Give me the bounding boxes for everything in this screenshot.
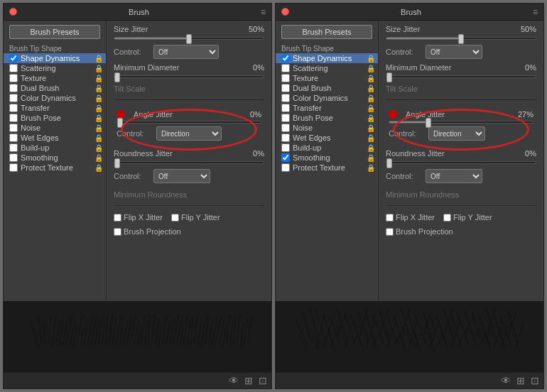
left-angle-slider-row [114, 121, 264, 125]
left-preview-eye-icon[interactable]: 👁 [229, 375, 239, 386]
svg-line-44 [195, 314, 198, 342]
left-size-control-select[interactable]: Off Fade Pen Pressure Pen Tilt Stylus Wh… [153, 45, 219, 59]
right-preview-save-icon[interactable]: ⊡ [531, 375, 539, 386]
right-brush-pose-checkbox[interactable] [281, 114, 290, 122]
right-brush-presets-btn[interactable]: Brush Presets [281, 25, 372, 39]
left-build-up-checkbox[interactable] [9, 143, 18, 152]
right-sidebar-item-smoothing[interactable]: Smoothing 🔒 [276, 153, 378, 163]
right-collapse-icon[interactable]: ≡ [533, 7, 538, 17]
left-dual-brush-label: Dual Brush [21, 84, 93, 92]
right-sidebar-item-noise[interactable]: Noise 🔒 [276, 123, 378, 133]
left-color-dynamics-checkbox[interactable] [9, 94, 18, 102]
left-sidebar-item-protect-texture[interactable]: Protect Texture 🔒 [4, 163, 106, 173]
left-flip-y-item[interactable]: Flip Y Jitter [171, 213, 220, 222]
right-sidebar-item-build-up[interactable]: Build-up 🔒 [276, 143, 378, 153]
left-flip-x-item[interactable]: Flip X Jitter [114, 213, 163, 222]
right-dial-indicator [389, 110, 397, 119]
right-dual-brush-checkbox[interactable] [281, 84, 290, 92]
svg-point-137 [303, 345, 516, 356]
left-flip-y-checkbox[interactable] [171, 214, 179, 222]
right-shape-dynamics-checkbox[interactable] [281, 54, 290, 62]
left-flip-x-checkbox[interactable] [114, 214, 121, 222]
svg-line-61 [296, 319, 309, 347]
right-preview-grid-icon[interactable]: ⊞ [516, 375, 525, 386]
left-sidebar-item-noise[interactable]: Noise 🔒 [4, 123, 106, 133]
right-wet-edges-checkbox[interactable] [281, 134, 290, 142]
right-angle-control-select[interactable]: Off Direction [428, 126, 485, 141]
right-sidebar-item-shape-dynamics[interactable]: Shape Dynamics 🔒 [276, 53, 378, 63]
left-smoothing-checkbox[interactable] [9, 153, 18, 162]
right-flip-x-item[interactable]: Flip X Jitter [386, 213, 435, 222]
right-sidebar-item-color-dynamics[interactable]: Color Dynamics 🔒 [276, 93, 378, 103]
left-scattering-checkbox[interactable] [9, 64, 18, 72]
right-flip-x-checkbox[interactable] [386, 214, 394, 222]
right-roundness-jitter-slider[interactable] [386, 161, 536, 164]
left-noise-checkbox[interactable] [9, 124, 18, 132]
right-roundness-control-select[interactable]: Off Direction [426, 169, 482, 183]
right-preview-eye-icon[interactable]: 👁 [501, 375, 511, 386]
right-size-control-select[interactable]: Off Direction [426, 45, 482, 59]
left-brush-pose-checkbox[interactable] [9, 114, 18, 122]
svg-line-64 [310, 308, 320, 344]
right-sidebar-item-transfer[interactable]: Transfer 🔒 [276, 103, 378, 113]
left-angle-jitter-slider[interactable] [117, 121, 261, 124]
left-preview-save-icon[interactable]: ⊡ [259, 375, 267, 386]
left-protect-texture-checkbox[interactable] [9, 163, 18, 172]
right-sidebar-item-protect-texture[interactable]: Protect Texture 🔒 [276, 163, 378, 173]
left-brush-presets-btn[interactable]: Brush Presets [9, 25, 100, 39]
left-brush-proj-checkbox[interactable] [114, 228, 121, 236]
left-sidebar-item-wet-edges[interactable]: Wet Edges 🔒 [4, 133, 106, 143]
left-sidebar-item-transfer[interactable]: Transfer 🔒 [4, 103, 106, 113]
left-collapse-icon[interactable]: ≡ [261, 7, 266, 17]
right-color-dynamics-checkbox[interactable] [281, 94, 290, 102]
right-flip-y-checkbox[interactable] [443, 214, 451, 222]
left-close-btn[interactable] [9, 8, 17, 16]
left-angle-control-select[interactable]: Off Direction Initial Direction Rotation [156, 126, 222, 141]
left-roundness-control-select[interactable]: Off Direction [153, 169, 210, 183]
right-close-btn[interactable] [281, 8, 289, 16]
right-protect-texture-checkbox[interactable] [281, 163, 290, 172]
left-shape-dynamics-checkbox[interactable] [9, 54, 18, 62]
right-flip-y-item[interactable]: Flip Y Jitter [443, 213, 492, 222]
left-roundness-jitter-slider[interactable] [114, 161, 264, 164]
left-sidebar-item-brush-pose[interactable]: Brush Pose 🔒 [4, 113, 106, 123]
svg-line-73 [352, 321, 364, 347]
svg-line-36 [166, 321, 170, 346]
left-sidebar-item-build-up[interactable]: Build-up 🔒 [4, 143, 106, 153]
left-dual-brush-checkbox[interactable] [9, 84, 18, 92]
right-noise-checkbox[interactable] [281, 124, 290, 132]
left-size-jitter-slider[interactable] [114, 37, 264, 40]
right-sidebar-item-scattering[interactable]: Scattering 🔒 [276, 63, 378, 73]
svg-line-10 [74, 324, 77, 347]
left-brush-proj-item[interactable]: Brush Projection [114, 227, 181, 236]
left-wet-edges-checkbox[interactable] [9, 134, 18, 142]
right-min-diameter-value: 0% [525, 63, 536, 72]
left-divider-2 [114, 205, 264, 206]
right-brush-proj-checkbox[interactable] [386, 228, 394, 236]
right-build-up-checkbox[interactable] [281, 143, 290, 152]
right-transfer-checkbox[interactable] [281, 104, 290, 112]
left-preview-grid-icon[interactable]: ⊞ [244, 375, 253, 386]
right-sidebar-item-brush-pose[interactable]: Brush Pose 🔒 [276, 113, 378, 123]
right-min-diameter-slider[interactable] [386, 75, 536, 78]
left-color-dynamics-label: Color Dynamics [21, 94, 93, 102]
left-min-diameter-slider[interactable] [114, 75, 264, 78]
left-sidebar-item-shape-dynamics[interactable]: Shape Dynamics 🔒 [4, 53, 106, 63]
left-sidebar-item-smoothing[interactable]: Smoothing 🔒 [4, 153, 106, 163]
right-texture-checkbox[interactable] [281, 74, 290, 82]
right-sidebar-item-wet-edges[interactable]: Wet Edges 🔒 [276, 133, 378, 143]
right-brush-proj-item[interactable]: Brush Projection [386, 227, 453, 236]
right-size-jitter-value: 50% [521, 25, 536, 33]
left-sidebar-item-texture[interactable]: Texture 🔒 [4, 73, 106, 83]
right-angle-jitter-slider[interactable] [389, 121, 534, 124]
right-scattering-checkbox[interactable] [281, 64, 290, 72]
left-sidebar-item-scattering[interactable]: Scattering 🔒 [4, 63, 106, 73]
left-sidebar-item-color-dynamics[interactable]: Color Dynamics 🔒 [4, 93, 106, 103]
left-texture-checkbox[interactable] [9, 74, 18, 82]
left-sidebar-item-dual-brush[interactable]: Dual Brush 🔒 [4, 83, 106, 93]
right-sidebar-item-dual-brush[interactable]: Dual Brush 🔒 [276, 83, 378, 93]
right-smoothing-checkbox[interactable] [281, 153, 290, 162]
right-sidebar-item-texture[interactable]: Texture 🔒 [276, 73, 378, 83]
left-transfer-checkbox[interactable] [9, 104, 18, 112]
right-size-jitter-slider[interactable] [386, 37, 536, 40]
